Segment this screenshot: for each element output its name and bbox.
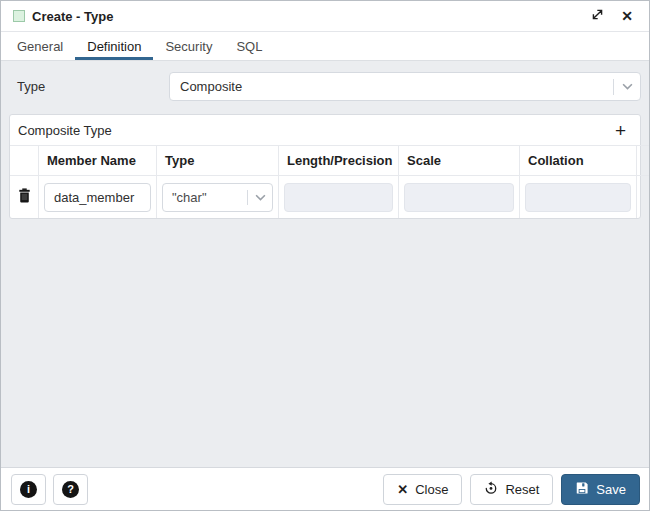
column-header-collation: Collation xyxy=(520,145,637,176)
column-header-gutter xyxy=(637,145,649,176)
column-header-scale: Scale xyxy=(399,145,520,176)
save-button-label: Save xyxy=(596,482,626,497)
row-gutter xyxy=(637,176,649,218)
type-select[interactable]: Composite xyxy=(169,72,641,101)
dialog-title: Create - Type xyxy=(32,9,113,24)
tab-label: Security xyxy=(165,39,212,54)
save-icon xyxy=(575,481,589,498)
length-precision-cell xyxy=(279,176,399,218)
tab-label: General xyxy=(17,39,63,54)
reset-button-label: Reset xyxy=(505,482,539,497)
close-button[interactable]: ✕ Close xyxy=(383,474,462,505)
chevron-down-icon xyxy=(248,194,272,201)
type-field-row: Type Composite xyxy=(9,72,641,101)
composite-members-table: Member Name Type Length/Precision Scale … xyxy=(10,145,640,218)
column-header-actions xyxy=(10,145,39,176)
length-precision-input xyxy=(284,183,393,212)
member-type-cell: "char" xyxy=(157,176,279,218)
composite-type-panel: Composite Type + Member Name Type Length… xyxy=(9,114,641,219)
dialog-titlebar: Create - Type ✕ xyxy=(1,1,649,32)
create-type-dialog: Create - Type ✕ General Definition Secur… xyxy=(0,0,650,511)
member-name-cell xyxy=(39,176,157,218)
table-row-actions-cell xyxy=(10,176,39,218)
close-icon: ✕ xyxy=(621,9,633,23)
dialog-close-button[interactable]: ✕ xyxy=(617,6,637,26)
info-icon: i xyxy=(20,481,37,498)
column-header-length-precision: Length/Precision xyxy=(279,145,399,176)
close-x-icon: ✕ xyxy=(397,483,408,496)
type-select-value: Composite xyxy=(180,79,613,94)
reset-icon xyxy=(484,481,498,498)
scale-input xyxy=(404,183,514,212)
close-button-label: Close xyxy=(415,482,448,497)
chevron-down-icon xyxy=(614,83,640,90)
maximize-button[interactable] xyxy=(587,6,607,26)
definition-tab-content: Type Composite Composite Type + xyxy=(1,61,649,467)
tab-label: SQL xyxy=(236,39,262,54)
section-title: Composite Type xyxy=(18,123,112,138)
collation-cell xyxy=(520,176,637,218)
trash-icon xyxy=(18,188,31,206)
info-button[interactable]: i xyxy=(11,474,46,505)
tab-sql[interactable]: SQL xyxy=(224,32,274,60)
scale-cell xyxy=(399,176,520,218)
dialog-footer: i ? ✕ Close Reset xyxy=(1,467,649,510)
type-field-label: Type xyxy=(9,79,169,94)
save-button[interactable]: Save xyxy=(561,474,640,505)
help-icon: ? xyxy=(62,481,79,498)
column-header-member-name: Member Name xyxy=(39,145,157,176)
tab-general[interactable]: General xyxy=(5,32,75,60)
member-type-select[interactable]: "char" xyxy=(162,183,273,212)
composite-type-header: Composite Type + xyxy=(10,115,640,145)
member-name-input[interactable] xyxy=(44,183,151,212)
dialog-tabbar: General Definition Security SQL xyxy=(1,32,649,61)
tab-security[interactable]: Security xyxy=(153,32,224,60)
expand-icon xyxy=(591,8,604,24)
type-object-icon xyxy=(13,10,25,22)
tab-label: Definition xyxy=(87,39,141,54)
collation-input xyxy=(525,183,631,212)
column-header-type: Type xyxy=(157,145,279,176)
tab-definition[interactable]: Definition xyxy=(75,32,153,60)
reset-button[interactable]: Reset xyxy=(470,474,553,505)
add-row-button[interactable]: + xyxy=(613,121,628,140)
help-button[interactable]: ? xyxy=(53,474,88,505)
delete-row-button[interactable] xyxy=(16,186,33,208)
member-type-value: "char" xyxy=(172,190,247,205)
plus-icon: + xyxy=(615,120,626,141)
